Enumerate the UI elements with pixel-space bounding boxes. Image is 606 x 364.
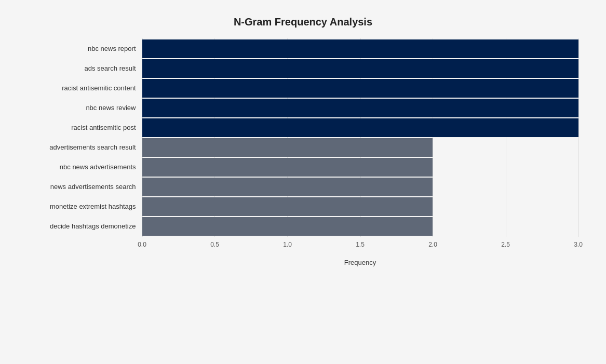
bars-container: nbc news reportads search resultracist a… <box>28 38 578 237</box>
bar-fill <box>142 158 433 177</box>
bar-label: racist antisemitic post <box>28 124 142 131</box>
bar-fill <box>142 39 578 58</box>
bar-row: news advertisements search <box>28 178 578 196</box>
x-axis-label: Frequency <box>28 259 578 266</box>
bar-label: ads search result <box>28 64 142 72</box>
x-tick: 2.5 <box>501 241 510 248</box>
grid-line <box>578 38 579 237</box>
bar-row: nbc news review <box>28 99 578 117</box>
x-tick: 3.0 <box>574 241 583 248</box>
bar-row: racist antisemitic content <box>28 79 578 98</box>
bar-track <box>142 79 578 98</box>
bar-track <box>142 217 578 236</box>
bar-track <box>142 59 578 78</box>
chart-title: N-Gram Frequency Analysis <box>28 16 578 28</box>
bar-track <box>142 118 578 137</box>
bars-and-grid: nbc news reportads search resultracist a… <box>28 38 578 237</box>
bar-fill <box>142 59 578 78</box>
bar-row: nbc news advertisements <box>28 158 578 177</box>
bar-row: advertisements search result <box>28 138 578 157</box>
bar-label: nbc news advertisements <box>28 163 142 171</box>
bar-fill <box>142 178 433 196</box>
bar-row: ads search result <box>28 59 578 78</box>
bar-track <box>142 39 578 58</box>
bar-track <box>142 178 578 196</box>
x-tick: 1.0 <box>283 241 292 248</box>
bar-row: racist antisemitic post <box>28 118 578 137</box>
bar-track <box>142 158 578 177</box>
bar-label: racist antisemitic content <box>28 84 142 92</box>
x-tick: 0.0 <box>138 241 146 248</box>
chart-body: nbc news reportads search resultracist a… <box>28 38 578 266</box>
bar-label: monetize extremist hashtags <box>28 203 142 210</box>
x-tick: 1.5 <box>356 241 365 248</box>
bar-row: nbc news report <box>28 39 578 58</box>
x-axis: 0.00.51.01.52.02.53.0 <box>28 241 578 257</box>
bar-label: nbc news review <box>28 104 142 112</box>
bar-label: decide hashtags demonetize <box>28 222 142 230</box>
x-tick: 0.5 <box>210 241 219 248</box>
bar-row: decide hashtags demonetize <box>28 217 578 236</box>
bar-label: nbc news report <box>28 45 142 52</box>
bar-fill <box>142 138 433 157</box>
bar-track <box>142 138 578 157</box>
bar-fill <box>142 217 433 236</box>
bar-row: monetize extremist hashtags <box>28 197 578 216</box>
x-tick: 2.0 <box>428 241 437 248</box>
bar-fill <box>142 197 433 216</box>
bar-fill <box>142 99 578 117</box>
chart-container: N-Gram Frequency Analysis nbc news repor… <box>18 6 589 359</box>
bar-fill <box>142 79 578 98</box>
bar-track <box>142 99 578 117</box>
bar-label: advertisements search result <box>28 143 142 151</box>
bar-fill <box>142 118 578 137</box>
x-axis-inner: 0.00.51.01.52.02.53.0 <box>142 241 578 257</box>
bar-track <box>142 197 578 216</box>
bar-label: news advertisements search <box>28 183 142 191</box>
